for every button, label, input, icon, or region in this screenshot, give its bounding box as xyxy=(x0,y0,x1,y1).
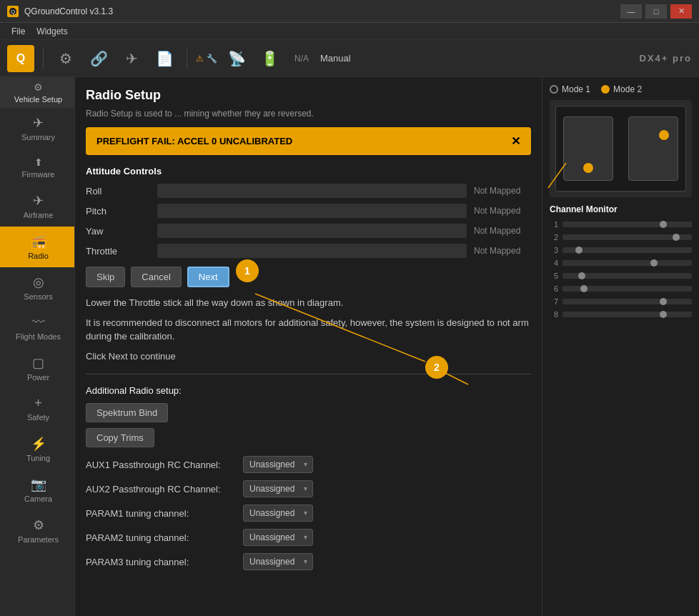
sidebar-item-safety[interactable]: + Safety xyxy=(0,389,74,429)
alert-close-button[interactable]: ✕ xyxy=(511,134,520,148)
sidebar-item-vehicle-setup[interactable]: ⚙ Vehicle Setup xyxy=(0,77,74,108)
param1-dropdown-wrapper: Unassigned xyxy=(243,505,313,522)
sidebar-label-summary: Summary xyxy=(21,133,55,141)
minimize-button[interactable]: — xyxy=(620,4,642,19)
ch1-bar xyxy=(562,222,692,227)
skip-button[interactable]: Skip xyxy=(86,267,125,287)
spektrum-bind-button[interactable]: Spektrum Bind xyxy=(86,403,168,422)
diagram-svg xyxy=(548,95,699,195)
ch5-bar xyxy=(562,273,692,279)
param3-dropdown[interactable]: Unassigned xyxy=(243,553,313,570)
sidebar-item-summary[interactable]: ✈ Summary xyxy=(0,108,74,149)
aux2-row: AUX2 Passthrough RC Channel: Unassigned xyxy=(86,480,531,497)
ch5-dot xyxy=(578,272,585,279)
channel-row-pitch: Pitch Not Mapped xyxy=(86,204,531,218)
mode1-label: Mode 1 xyxy=(562,84,590,94)
ch4-dot xyxy=(650,259,658,267)
yaw-bar xyxy=(157,224,467,238)
svg-line-4 xyxy=(548,163,566,188)
battery-icon-btn[interactable]: 🔋 xyxy=(256,45,283,72)
power-icon: ▢ xyxy=(32,355,44,371)
pitch-value: Not Mapped xyxy=(474,206,531,216)
ch3-num: 3 xyxy=(550,246,558,254)
ch3-bar xyxy=(562,247,692,253)
calibration-buttons: Skip Cancel Next 1 xyxy=(86,267,531,287)
channel-row-yaw: Yaw Not Mapped xyxy=(86,224,531,238)
roll-label: Roll xyxy=(86,186,157,197)
sidebar-item-tuning[interactable]: ⚡ Tuning xyxy=(0,429,74,470)
ch4-num: 4 xyxy=(550,259,558,267)
app-title: QGroundControl v3.1.3 xyxy=(24,6,620,16)
param3-dropdown-wrapper: Unassigned xyxy=(243,553,313,570)
summary-icon: ✈ xyxy=(33,115,44,131)
menubar: File Widgets xyxy=(0,23,699,40)
separator-1 xyxy=(43,48,44,69)
monitor-row-5: 5 xyxy=(550,272,692,280)
maximize-button[interactable]: □ xyxy=(645,4,667,19)
sidebar-label-radio: Radio xyxy=(28,252,49,260)
param1-dropdown[interactable]: Unassigned xyxy=(243,505,313,522)
cancel-button[interactable]: Cancel xyxy=(131,267,181,287)
sidebar-label-tuning: Tuning xyxy=(26,454,50,462)
monitor-row-7: 7 xyxy=(550,297,692,306)
page-title: Radio Setup xyxy=(86,88,531,103)
svg-text:Q: Q xyxy=(11,9,15,15)
aux1-dropdown-wrapper: Unassigned xyxy=(243,456,313,473)
mode2-option[interactable]: Mode 2 xyxy=(601,84,642,94)
vehicle-setup-icon: ⚙ xyxy=(34,81,43,93)
sidebar-item-power[interactable]: ▢ Power xyxy=(0,348,74,389)
channel-row-roll: Roll Not Mapped xyxy=(86,184,531,198)
menu-file[interactable]: File xyxy=(6,26,31,36)
mode2-radio[interactable] xyxy=(601,85,610,94)
param3-label: PARAM3 tuning channel: xyxy=(86,557,243,567)
mode1-radio[interactable] xyxy=(550,85,558,94)
aux1-row: AUX1 Passthrough RC Channel: Unassigned xyxy=(86,456,531,473)
param2-dropdown[interactable]: Unassigned xyxy=(243,529,313,546)
parameters-icon: ⚙ xyxy=(33,517,44,533)
sidebar-item-radio[interactable]: 📻 Radio xyxy=(0,227,74,267)
sidebar-item-airframe[interactable]: ✈ Airframe xyxy=(0,186,74,227)
main-layout: ⚙ Vehicle Setup ✈ Summary ⬆ Firmware ✈ A… xyxy=(0,77,699,616)
aux2-dropdown[interactable]: Unassigned xyxy=(243,480,313,497)
mode1-option[interactable]: Mode 1 xyxy=(550,84,590,94)
brand-logo: Q xyxy=(7,45,34,72)
settings-icon-btn[interactable]: ⚙ xyxy=(52,45,79,72)
toolbar: Q ⚙ 🔗 ✈ 📄 ⚠ 🔧 📡 🔋 N/A Manual DX4+ pro xyxy=(0,40,699,77)
monitor-row-4: 4 xyxy=(550,259,692,267)
menu-widgets[interactable]: Widgets xyxy=(31,26,73,36)
sidebar-item-flight-modes[interactable]: 〰 Flight Modes xyxy=(0,308,74,348)
param3-row: PARAM3 tuning channel: Unassigned xyxy=(86,553,531,570)
separator-2 xyxy=(187,48,187,69)
alert-banner: PREFLIGHT FAIL: ACCEL 0 UNCALIBRATED ✕ xyxy=(86,127,531,155)
vehicle-icon-btn[interactable]: 🔗 xyxy=(85,45,112,72)
tuning-icon: ⚡ xyxy=(31,436,46,452)
sidebar-item-parameters[interactable]: ⚙ Parameters xyxy=(0,510,74,551)
next-button[interactable]: Next xyxy=(187,267,229,287)
safety-icon: + xyxy=(34,396,42,411)
instruction-1: Lower the Throttle stick all the way dow… xyxy=(86,296,531,310)
main-content: Radio Setup Radio Setup is used to ... m… xyxy=(75,77,542,616)
copy-trims-button[interactable]: Copy Trims xyxy=(86,428,154,447)
ch7-bar xyxy=(562,299,692,304)
sidebar-item-sensors[interactable]: ◎ Sensors xyxy=(0,267,74,308)
send-icon-btn[interactable]: ✈ xyxy=(118,45,145,72)
aux1-dropdown[interactable]: Unassigned xyxy=(243,456,313,473)
doc-icon-btn[interactable]: 📄 xyxy=(151,45,178,72)
page-description: Radio Setup is used to ... mining whethe… xyxy=(86,109,531,119)
sidebar-item-firmware[interactable]: ⬆ Firmware xyxy=(0,149,74,186)
sidebar-label-safety: Safety xyxy=(27,413,49,422)
param2-label: PARAM2 tuning channel: xyxy=(86,532,243,543)
firmware-icon: ⬆ xyxy=(34,157,43,168)
ch8-dot xyxy=(660,311,667,318)
monitor-row-1: 1 xyxy=(550,220,692,229)
roll-bar xyxy=(157,184,467,198)
sidebar-label-vehicle-setup: Vehicle Setup xyxy=(14,95,62,104)
channel-row-throttle: Throttle Not Mapped xyxy=(86,244,531,258)
wifi-icon-btn[interactable]: 📡 xyxy=(223,45,250,72)
param2-row: PARAM2 tuning channel: Unassigned xyxy=(86,529,531,546)
close-button[interactable]: ✕ xyxy=(670,4,692,19)
annotation-1: 1 xyxy=(236,259,259,282)
param1-row: PARAM1 tuning channel: Unassigned xyxy=(86,505,531,522)
instruction-2: It is recommended to disconnect all moto… xyxy=(86,316,531,344)
sidebar-item-camera[interactable]: 📷 Camera xyxy=(0,470,74,510)
